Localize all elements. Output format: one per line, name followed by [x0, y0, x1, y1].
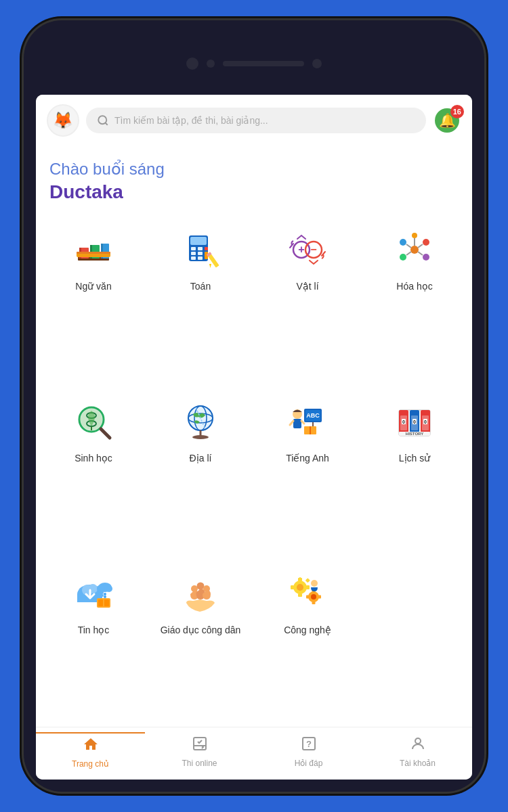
svg-point-38 [412, 233, 417, 238]
svg-point-31 [423, 239, 429, 246]
lich-su-label: Lịch sử [399, 452, 430, 464]
giao-duc-icon [177, 570, 224, 617]
svg-point-88 [104, 593, 106, 595]
svg-line-34 [406, 244, 411, 248]
toan-label: Toán [190, 280, 211, 292]
sinh-hoc-label: Sinh học [75, 452, 112, 464]
subject-ngu-van[interactable]: Ngữ văn [43, 217, 144, 383]
nav-hoi-dap-label: Hỏi đáp [295, 759, 323, 768]
svg-rect-100 [298, 593, 302, 597]
search-icon [97, 114, 109, 127]
svg-point-106 [311, 594, 316, 600]
tai-khoan-icon [410, 736, 426, 756]
vat-li-label: Vật lí [296, 280, 318, 292]
cong-nghe-icon [284, 570, 331, 617]
svg-line-42 [101, 429, 110, 438]
svg-marker-23 [209, 264, 211, 268]
toan-icon [177, 226, 224, 273]
svg-line-61 [301, 421, 304, 424]
avatar[interactable]: 🦊 [47, 104, 79, 137]
svg-line-35 [418, 244, 423, 248]
svg-point-90 [104, 595, 106, 598]
hoi-dap-icon: ? [301, 736, 317, 756]
ngu-van-icon [70, 226, 117, 273]
nav-thi-online[interactable]: Thi online [145, 733, 254, 771]
svg-rect-16 [205, 247, 208, 250]
dia-li-label: Địa lí [190, 452, 212, 464]
nav-thi-online-label: Thi online [182, 759, 217, 768]
svg-line-1 [105, 122, 107, 125]
svg-point-89 [101, 594, 104, 597]
svg-rect-109 [306, 595, 309, 599]
svg-rect-3 [78, 258, 109, 261]
subject-toan[interactable]: Toán [150, 217, 251, 383]
phone-notch [24, 20, 484, 93]
greeting-name: Ductaka [49, 181, 459, 203]
svg-text:0: 0 [402, 420, 405, 424]
subject-giao-duc[interactable]: Giáo dục công dân [150, 560, 251, 727]
thi-online-icon [192, 736, 208, 756]
subject-lich-su[interactable]: 0 0 0 HISTORY Lịch sử [364, 388, 465, 555]
notification-button[interactable]: 🔔 16 [433, 106, 461, 135]
camera-dot [186, 58, 198, 70]
svg-line-36 [406, 252, 411, 255]
svg-rect-18 [198, 252, 203, 255]
svg-point-95 [197, 583, 205, 590]
svg-rect-13 [190, 237, 207, 245]
sinh-hoc-icon [70, 398, 117, 445]
svg-point-115 [415, 738, 421, 744]
svg-point-87 [101, 591, 104, 594]
svg-rect-14 [191, 247, 196, 250]
search-bar[interactable]: Tìm kiếm bài tập, đề thi, bài giảng... [86, 108, 426, 133]
svg-rect-20 [191, 256, 196, 260]
svg-line-37 [418, 252, 423, 255]
svg-text:HISTORY: HISTORY [406, 432, 423, 436]
lich-su-icon: 0 0 0 HISTORY [391, 398, 438, 445]
svg-rect-15 [198, 247, 203, 250]
subject-dia-li[interactable]: Địa lí [150, 388, 251, 555]
subject-hoa-hoc[interactable]: Hóa học [364, 217, 465, 383]
svg-rect-110 [318, 595, 321, 599]
svg-point-50 [192, 435, 209, 439]
svg-point-32 [400, 254, 406, 261]
subject-cong-nghe[interactable]: Công nghệ [257, 560, 358, 727]
nav-trang-chu-label: Trang chủ [72, 759, 109, 769]
subject-sinh-hoc[interactable]: Sinh học [43, 388, 144, 555]
nav-trang-chu[interactable]: Trang chủ [36, 732, 145, 771]
svg-rect-104 [305, 578, 310, 583]
svg-rect-17 [191, 252, 196, 255]
svg-point-29 [410, 246, 419, 254]
svg-rect-101 [291, 585, 294, 589]
subjects-grid: Ngữ văn [36, 210, 472, 727]
subject-tieng-anh[interactable]: ABC [257, 388, 358, 555]
svg-text:?: ? [306, 739, 312, 749]
bottom-nav: Trang chủ Thi online ? [36, 727, 472, 780]
app-header: 🦊 Tìm kiếm bài tập, đề thi, bài giảng...… [36, 95, 472, 146]
giao-duc-label: Giáo dục công dân [161, 624, 241, 636]
home-icon [83, 736, 99, 757]
nav-hoi-dap[interactable]: ? Hỏi đáp [254, 733, 363, 771]
svg-point-0 [98, 116, 106, 124]
svg-text:ABC: ABC [306, 412, 320, 419]
notification-badge: 16 [450, 105, 464, 118]
svg-point-85 [97, 585, 105, 593]
tin-hoc-label: Tin học [78, 624, 110, 636]
nav-tai-khoan[interactable]: Tài khoản [363, 733, 472, 771]
search-placeholder: Tìm kiếm bài tập, đề thi, bài giảng... [114, 115, 268, 126]
svg-point-30 [400, 239, 406, 246]
subject-tin-hoc[interactable]: Tin học [43, 560, 144, 727]
camera-front [312, 59, 322, 68]
subject-vat-li[interactable]: + − Vật lí [257, 217, 358, 383]
tin-hoc-icon [70, 570, 117, 617]
svg-text:+: + [298, 244, 304, 255]
svg-rect-108 [312, 602, 316, 604]
svg-rect-93 [104, 600, 109, 606]
svg-rect-112 [194, 738, 206, 750]
svg-rect-11 [77, 252, 110, 254]
svg-point-33 [423, 254, 429, 261]
greeting-morning: Chào buổi sáng [49, 160, 459, 179]
svg-point-86 [106, 585, 112, 592]
greeting-section: Chào buổi sáng Ductaka [36, 146, 472, 210]
camera-dot-small [207, 60, 215, 68]
hoa-hoc-icon [391, 226, 438, 273]
